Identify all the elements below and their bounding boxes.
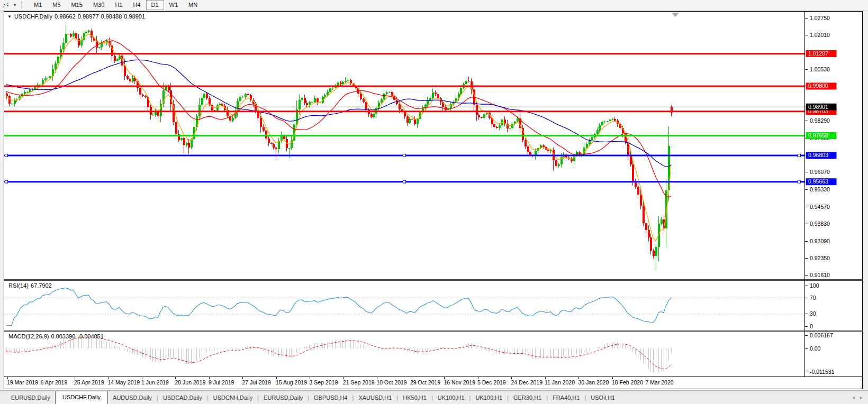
macd-tick-label: -0.011531 xyxy=(810,369,835,375)
date-tick-label: 30 Jan 2020 xyxy=(578,379,609,385)
ohlc-close: 0.98901 xyxy=(124,13,145,20)
macd-main-value: 0.003390 xyxy=(51,333,75,339)
date-tick-label: 3 Sep 2019 xyxy=(310,379,338,385)
line-handle[interactable] xyxy=(798,154,801,157)
price-tick-label: 0.91610 xyxy=(810,272,830,278)
price-tick-label: 0.95330 xyxy=(810,186,830,192)
tab-scroll-arrows: ◂▸ xyxy=(847,394,863,400)
chart-tab-audusd-daily-2[interactable]: AUDUSD,Daily xyxy=(108,392,157,404)
chart-tab-xauusd-h1-7[interactable]: XAUUSD,H1 xyxy=(354,392,396,404)
price-tick-label: 0.92350 xyxy=(810,255,830,261)
price-label-101207: 1.01207 xyxy=(806,50,837,57)
chart-tab-uk100-h1-9[interactable]: UK100,H1 xyxy=(433,392,469,404)
date-tick-label: 5 Dec 2019 xyxy=(477,379,506,385)
line-handle[interactable] xyxy=(798,180,801,183)
rsi-label: RSI(14) xyxy=(8,282,29,289)
chart-tab-eurusd-daily-5[interactable]: EURUSD,Daily xyxy=(259,392,308,404)
chart-title-caret-icon[interactable]: ▼ xyxy=(7,14,12,19)
date-tick-label: 9 Jul 2019 xyxy=(209,379,234,385)
date-tick-label: 6 Apr 2019 xyxy=(41,379,68,385)
chart-tab-usdchf-daily-1[interactable]: USDCHF,Daily xyxy=(55,391,108,404)
date-tick-label: 25 Apr 2019 xyxy=(74,379,104,385)
price-tick-label: 1.00530 xyxy=(810,66,830,72)
macd-signal-value: -0.004051 xyxy=(77,333,104,339)
macd-indicator-label: MACD(12,26,9)0.003390-0.004051 xyxy=(8,333,106,339)
rsi-tick-label: 100 xyxy=(810,282,819,289)
chart-title: ▼USDCHF,Daily0.986620.989770.984880.9890… xyxy=(7,13,147,20)
chart-tab-hk50-h1-8[interactable]: HK50,H1 xyxy=(398,392,431,404)
chart-tab-usdcnh-daily-4[interactable]: USDCNH,Daily xyxy=(209,392,258,404)
line-handle[interactable] xyxy=(403,180,406,183)
macd-label: MACD(12,26,9) xyxy=(8,333,49,339)
price-tick-label: 0.93830 xyxy=(810,221,830,227)
chart-tab-gbpusd-h4-6[interactable]: GBPUSD,H4 xyxy=(309,392,352,404)
chart-tab-bar: EURUSD,DailyUSDCHF,DailyAUDUSD,Daily|USD… xyxy=(0,390,868,404)
line-handle[interactable] xyxy=(5,180,8,183)
svg-text:0.97658: 0.97658 xyxy=(808,132,828,139)
price-label-097658: 0.97658 xyxy=(806,132,837,139)
price-tick-label: 0.96070 xyxy=(810,169,830,175)
date-tick-label: 20 Jun 2019 xyxy=(175,379,206,385)
line-handle[interactable] xyxy=(5,154,8,157)
date-tick-label: 7 Mar 2020 xyxy=(646,379,674,385)
price-tick-label: 1.02750 xyxy=(810,15,830,21)
svg-text:0.96803: 0.96803 xyxy=(808,152,828,158)
chart-canvas[interactable]: 1.027501.020101.005300.998000.989300.982… xyxy=(0,0,868,390)
chart-tab-usdcad-daily-3[interactable]: USDCAD,Daily xyxy=(158,392,207,404)
chart-symbol: USDCHF,Daily xyxy=(14,13,52,20)
date-tick-label: 18 Feb 2020 xyxy=(612,379,643,385)
chart-tab-fra40-h1-12[interactable]: FRA40,H1 xyxy=(548,392,584,404)
price-label-095663: 0.95663 xyxy=(806,178,837,185)
macd-tick-label: 0.00 xyxy=(810,345,821,352)
date-tick-label: 21 Sep 2019 xyxy=(343,379,375,385)
svg-text:0.95663: 0.95663 xyxy=(808,178,828,185)
rsi-value: 67.7902 xyxy=(31,282,52,289)
svg-text:0.99800: 0.99800 xyxy=(808,82,828,89)
svg-text:1.01207: 1.01207 xyxy=(808,50,828,57)
chart-tab-eurusd-daily-0[interactable]: EURUSD,Daily xyxy=(6,392,55,404)
ohlc-high: 0.98977 xyxy=(78,13,99,20)
svg-text:0.98901: 0.98901 xyxy=(808,104,828,110)
date-tick-label: 24 Dec 2019 xyxy=(511,379,543,385)
chart-window xyxy=(4,12,863,389)
date-tick-label: 10 Oct 2019 xyxy=(377,379,407,385)
chart-tab-uk100-h1-10[interactable]: UK100,H1 xyxy=(471,392,507,404)
date-tick-label: 1 Jun 2019 xyxy=(141,379,169,385)
date-tick-label: 27 Jul 2019 xyxy=(242,379,271,385)
macd-tick-label: 0.006167 xyxy=(810,332,833,338)
date-tick-label: 19 Mar 2019 xyxy=(7,379,38,385)
rsi-indicator-label: RSI(14)67.7902 xyxy=(8,282,54,289)
price-tick-label: 0.98290 xyxy=(810,117,830,124)
line-handle[interactable] xyxy=(403,154,406,157)
chart-tab-usoil-h1-13[interactable]: USOil,H1 xyxy=(586,392,620,404)
date-tick-label: 15 Aug 2019 xyxy=(276,379,307,385)
price-tick-label: 0.93090 xyxy=(810,238,830,244)
date-tick-label: 29 Oct 2019 xyxy=(410,379,440,385)
ohlc-open: 0.98662 xyxy=(55,13,76,20)
date-tick-label: 11 Jan 2020 xyxy=(545,379,575,385)
rsi-tick-label: 30 xyxy=(810,310,816,317)
date-tick-label: 14 May 2019 xyxy=(108,379,140,385)
rsi-tick-label: 0 xyxy=(810,323,813,329)
date-tick-label: 16 Nov 2019 xyxy=(444,379,476,385)
chart-tab-ger30-h1-11[interactable]: GER30,H1 xyxy=(509,392,546,404)
rsi-tick-label: 70 xyxy=(810,295,816,301)
price-label-099800: 0.99800 xyxy=(806,82,837,89)
price-label-096803: 0.96803 xyxy=(806,152,837,159)
bid-price-label: 0.98901 xyxy=(806,104,837,111)
tab-scroll-right-icon[interactable]: ▸ xyxy=(860,394,863,400)
price-tick-label: 0.94570 xyxy=(810,204,830,210)
ohlc-low: 0.98488 xyxy=(101,13,122,20)
price-tick-label: 1.02010 xyxy=(810,32,830,38)
tab-scroll-left-icon[interactable]: ◂ xyxy=(852,394,855,400)
